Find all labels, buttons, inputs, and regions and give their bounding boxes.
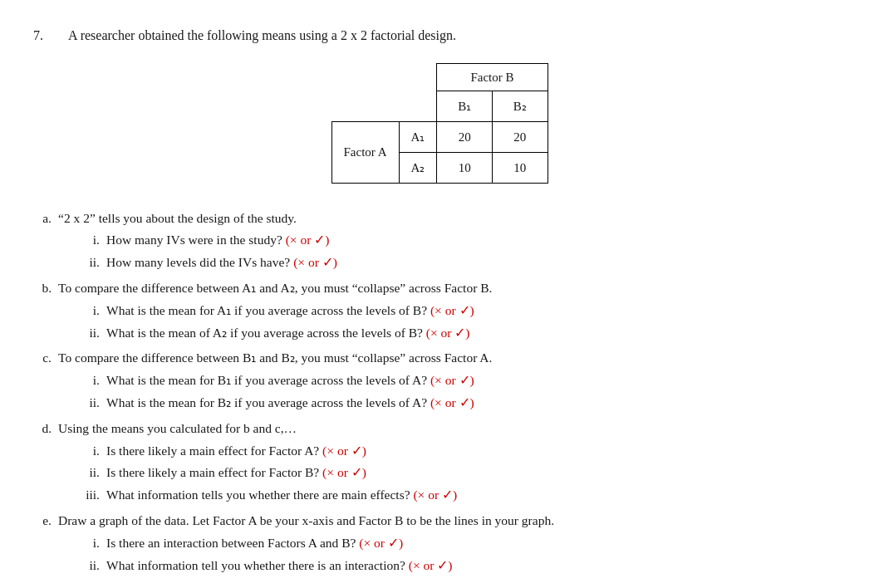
text-b: To compare the difference between A₁ and… [58, 278, 492, 299]
answer-item-e: e. Draw a graph of the data. Let Factor … [33, 511, 846, 576]
x-icon-a-ii: × [297, 255, 305, 269]
sub-item-c-i: i. What is the mean for B₁ if you averag… [83, 370, 846, 391]
label-d: d. [33, 419, 52, 439]
choice-d-ii: (× or ✓) [322, 465, 366, 479]
x-icon-d-iii: × [418, 488, 425, 502]
b2-header: B₂ [492, 91, 548, 121]
text-d: Using the means you calculated for b and… [58, 419, 297, 439]
label-c: c. [33, 348, 52, 369]
text-b-i: What is the mean for A₁ if you average a… [106, 301, 474, 321]
text-c: To compare the difference between B₁ and… [58, 348, 492, 369]
label-c-i: i. [83, 370, 100, 391]
sub-item-b-i: i. What is the mean for A₁ if you averag… [83, 301, 846, 321]
text-a-i: How many IVs were in the study? (× or ✓) [106, 230, 329, 251]
label-c-ii: ii. [83, 393, 100, 414]
text-e-i: Is there an interaction between Factors … [106, 533, 403, 554]
choice-d-iii: (× or ✓) [413, 488, 457, 502]
sub-items-b: i. What is the mean for A₁ if you averag… [83, 301, 846, 344]
label-e: e. [33, 511, 52, 532]
sub-item-a-i: i. How many IVs were in the study? (× or… [83, 230, 846, 251]
label-e-ii: ii. [83, 556, 100, 576]
label-b-i: i. [83, 301, 100, 321]
label-b: b. [33, 278, 52, 299]
sub-items-e: i. Is there an interaction between Facto… [83, 533, 846, 576]
factor-b-header: Factor B [437, 63, 548, 91]
answer-main-e: e. Draw a graph of the data. Let Factor … [33, 511, 846, 532]
choice-d-i: (× or ✓) [322, 443, 366, 458]
choice-a-ii: (× or ✓) [293, 255, 337, 269]
cell-a1b1: 20 [437, 121, 493, 152]
x-icon-b-ii: × [430, 326, 438, 340]
question-header: 7. A researcher obtained the following m… [33, 25, 846, 47]
text-d-ii: Is there likely a main effect for Factor… [106, 463, 366, 483]
x-icon-d-ii: × [327, 465, 334, 479]
b1-header: B₁ [437, 91, 493, 121]
answer-main-c: c. To compare the difference between B₁ … [33, 348, 846, 369]
choice-b-ii: (× or ✓) [426, 326, 470, 340]
label-b-ii: ii. [83, 323, 100, 344]
cell-a1b2: 20 [492, 121, 548, 152]
x-icon-b-i: × [435, 303, 442, 317]
label-a-ii: ii. [83, 252, 100, 273]
sub-items-c: i. What is the mean for B₁ if you averag… [83, 370, 846, 414]
choice-b-i: (× or ✓) [430, 303, 474, 317]
sub-item-d-iii: iii. What information tells you whether … [83, 485, 846, 506]
label-a-i: i. [83, 230, 100, 251]
label-e-i: i. [83, 533, 100, 554]
a1-label: A₁ [399, 121, 437, 152]
text-d-i: Is there likely a main effect for Factor… [106, 441, 366, 462]
sub-item-b-ii: ii. What is the mean of A₂ if you averag… [83, 323, 846, 344]
text-e-ii: What information tell you whether there … [106, 556, 452, 576]
choice-c-i: (× or ✓) [430, 373, 474, 387]
factor-a-label: Factor A [331, 121, 399, 183]
sub-items-a: i. How many IVs were in the study? (× or… [83, 230, 846, 273]
x-icon-a-i: × [290, 233, 297, 247]
a2-label: A₂ [399, 152, 437, 183]
answer-main-d: d. Using the means you calculated for b … [33, 419, 846, 439]
sub-item-d-i: i. Is there likely a main effect for Fac… [83, 441, 846, 462]
text-c-ii: What is the mean for B₂ if you average a… [106, 393, 474, 414]
sub-item-e-ii: ii. What information tell you whether th… [83, 556, 846, 576]
cell-a2b2: 10 [492, 152, 548, 183]
factorial-table: Factor B B₁ B₂ Factor A A₁ 20 20 A₂ 10 [331, 63, 548, 184]
answer-main-b: b. To compare the difference between A₁ … [33, 278, 846, 299]
choice-a-i: (× or ✓) [286, 233, 330, 247]
question-text: A researcher obtained the following mean… [68, 25, 456, 47]
sub-item-d-ii: ii. Is there likely a main effect for Fa… [83, 463, 846, 483]
text-d-iii: What information tells you whether there… [106, 485, 457, 506]
label-a: a. [33, 208, 52, 229]
sub-item-e-i: i. Is there an interaction between Facto… [83, 533, 846, 554]
sub-item-c-ii: ii. What is the mean for B₂ if you avera… [83, 393, 846, 414]
text-c-i: What is the mean for B₁ if you average a… [106, 370, 474, 391]
label-d-i: i. [83, 441, 100, 462]
answer-item-c: c. To compare the difference between B₁ … [33, 348, 846, 413]
text-a-ii: How many levels did the IVs have? (× or … [106, 252, 337, 273]
answer-main-a: a. “2 x 2” tells you about the design of… [33, 208, 846, 229]
choice-e-ii: (× or ✓) [409, 558, 453, 572]
text-a: “2 x 2” tells you about the design of th… [58, 208, 297, 229]
x-icon-c-i: × [435, 373, 442, 387]
question-container: 7. A researcher obtained the following m… [33, 25, 846, 576]
choice-c-ii: (× or ✓) [430, 395, 474, 409]
answer-item-a: a. “2 x 2” tells you about the design of… [33, 208, 846, 273]
sub-item-a-ii: ii. How many levels did the IVs have? (×… [83, 252, 846, 273]
x-icon-e-i: × [363, 536, 371, 550]
label-d-ii: ii. [83, 463, 100, 483]
text-e: Draw a graph of the data. Let Factor A b… [58, 511, 554, 532]
table-container: Factor B B₁ B₂ Factor A A₁ 20 20 A₂ 10 [33, 63, 846, 184]
choice-e-i: (× or ✓) [359, 536, 403, 550]
answer-item-d: d. Using the means you calculated for b … [33, 419, 846, 506]
label-d-iii: iii. [83, 485, 100, 506]
answers-section: a. “2 x 2” tells you about the design of… [33, 208, 846, 576]
cell-a2b1: 10 [437, 152, 493, 183]
sub-items-d: i. Is there likely a main effect for Fac… [83, 441, 846, 506]
question-number: 7. [33, 25, 58, 47]
x-icon-e-ii: × [413, 558, 420, 572]
x-icon-d-i: × [327, 443, 334, 458]
x-icon-c-ii: × [435, 395, 442, 409]
answer-item-b: b. To compare the difference between A₁ … [33, 278, 846, 343]
text-b-ii: What is the mean of A₂ if you average ac… [106, 323, 470, 344]
